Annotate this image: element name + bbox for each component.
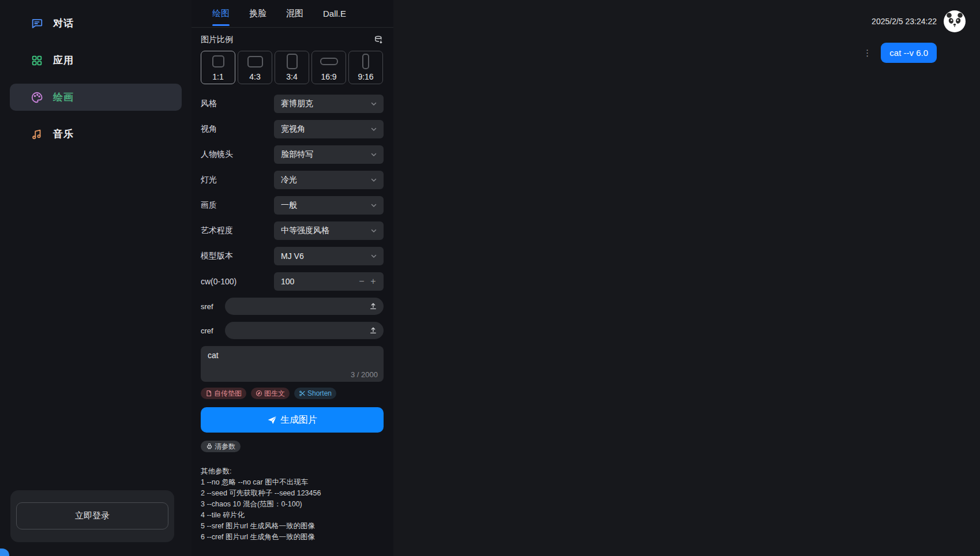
tab-face-swap[interactable]: 换脸 [249,0,266,27]
clear-button-label: 清参数 [215,442,235,452]
image-to-text-tag[interactable]: 图生文 [251,388,290,399]
upload-icon[interactable] [369,302,378,311]
field-row-quality: 画质 一般 [201,196,384,215]
tag-label: 自传垫图 [214,389,242,399]
scissors-icon [299,390,306,397]
chat-icon [31,17,43,30]
chevron-down-icon [370,151,378,159]
select-value: 脸部特写 [281,149,370,160]
load-params-icon[interactable] [374,35,384,45]
sref-row: sref [201,298,384,315]
ratio-option-label: 1:1 [212,72,223,82]
select-value: 赛博朋克 [281,99,370,109]
document-icon [205,390,212,397]
field-row-stylize: 艺术程度 中等强度风格 [201,221,384,240]
stylize-select[interactable]: 中等强度风格 [274,221,384,240]
prompt-tools: 自传垫图 图生文 Shorten [201,388,384,399]
help-text: 其他参数: 1 --no 忽略 --no car 图中不出现车 2 --seed… [201,466,384,543]
help-line: 2 --seed 可先获取种子 --seed 123456 [201,488,384,499]
floating-widget[interactable] [0,549,9,556]
field-label: 画质 [201,200,274,211]
select-value: 冷光 [281,175,370,185]
draw-settings-panel: 绘图 换脸 混图 Dall.E 图片比例 1:1 4:3 [192,0,393,556]
generate-button-label: 生成图片 [280,414,317,426]
sidebar-item-label: 绘画 [53,91,74,104]
ratio-option-16-9[interactable]: 16:9 [311,51,346,84]
message-timestamp: 2025/2/5 23:24:22 [872,17,937,26]
character-shot-select[interactable]: 脸部特写 [274,145,384,164]
style-select[interactable]: 赛博朋克 [274,95,384,113]
help-line: 4 --tile 碎片化 [201,510,384,521]
ratio-option-4-3[interactable]: 4:3 [238,51,272,84]
ratio-option-label: 3:4 [286,72,297,82]
panel-body: 图片比例 1:1 4:3 3:4 [192,28,393,556]
field-label: 视角 [201,124,274,134]
send-icon [267,415,277,425]
tag-label: 图生文 [264,389,285,399]
message-meta: 2025/2/5 23:24:22 [393,10,966,32]
message-row: ⋮ cat --v 6.0 [393,43,966,63]
field-label: 模型版本 [201,251,274,261]
tag-label: Shorten [307,389,332,397]
tab-blend[interactable]: 混图 [286,0,303,27]
model-version-select[interactable]: MJ V6 [274,247,384,265]
ratio-shape-icon [287,54,298,69]
pen-icon [256,390,262,397]
prompt-value: cat [208,351,377,360]
view-angle-select[interactable]: 宽视角 [274,120,384,138]
sref-label: sref [201,302,225,311]
chevron-down-icon [370,100,378,108]
login-card: 立即登录 [10,490,174,542]
field-label: 风格 [201,99,274,109]
select-value: 一般 [281,200,370,211]
sidebar-item-draw[interactable]: 绘画 [10,84,182,111]
cw-input[interactable]: 100 − + [274,272,384,291]
chevron-down-icon [370,227,378,235]
ratio-shape-icon [247,56,263,67]
pad-image-tag[interactable]: 自传垫图 [201,388,246,399]
select-value: MJ V6 [281,251,370,261]
sidebar-item-chat[interactable]: 对话 [10,10,182,37]
ratio-option-3-4[interactable]: 3:4 [275,51,309,84]
sidebar: 对话 应用 绘画 音乐 立即登录 [0,0,192,556]
clear-params-button[interactable]: 清参数 [201,441,241,452]
palette-icon [31,91,43,104]
decrement-button[interactable]: − [356,277,367,286]
shorten-tag[interactable]: Shorten [294,388,336,399]
field-row-model-version: 模型版本 MJ V6 [201,247,384,265]
ratio-shape-icon [212,55,224,67]
help-line: 5 --sref 图片url 生成风格一致的图像 [201,521,384,532]
upload-icon[interactable] [369,326,378,335]
cref-row: cref [201,322,384,339]
ratio-option-9-16[interactable]: 9:16 [348,51,383,84]
select-value: 宽视角 [281,124,370,134]
clear-brush-icon [206,443,213,450]
message-menu-icon[interactable]: ⋮ [863,48,872,57]
sidebar-item-label: 应用 [53,54,74,67]
prompt-textarea[interactable]: cat 3 / 2000 [201,346,384,382]
field-row-cw: cw(0-100) 100 − + [201,272,384,291]
generate-image-button[interactable]: 生成图片 [201,407,384,433]
login-button[interactable]: 立即登录 [16,502,168,529]
tab-dalle[interactable]: Dall.E [323,0,346,27]
tab-draw[interactable]: 绘图 [212,0,230,27]
sidebar-item-label: 音乐 [53,127,74,141]
sref-input[interactable] [225,298,384,315]
user-message-bubble: cat --v 6.0 [881,43,937,63]
ratio-option-1-1[interactable]: 1:1 [201,51,235,84]
help-title: 其他参数: [201,466,384,477]
chevron-down-icon [370,252,378,260]
lighting-select[interactable]: 冷光 [274,171,384,189]
panda-avatar [944,10,966,32]
ratio-shape-icon [320,58,338,65]
select-value: 中等强度风格 [281,226,370,236]
tab-label: Dall.E [323,9,346,18]
char-counter: 3 / 2000 [351,370,378,379]
help-line: 3 --chaos 10 混合(范围：0-100) [201,499,384,510]
cref-input[interactable] [225,322,384,339]
sidebar-item-apps[interactable]: 应用 [10,47,182,74]
sidebar-item-music[interactable]: 音乐 [10,121,182,148]
quality-select[interactable]: 一般 [274,196,384,215]
sidebar-item-label: 对话 [53,17,74,30]
increment-button[interactable]: + [367,277,379,286]
